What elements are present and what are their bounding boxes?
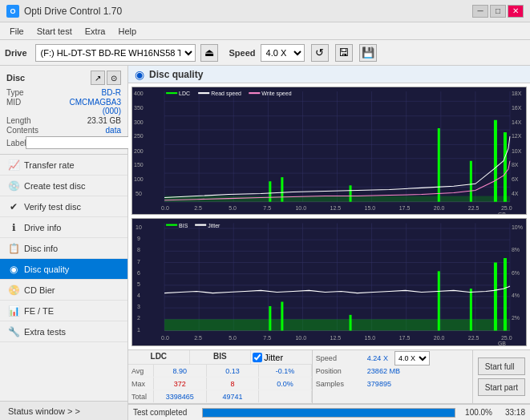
drive-select[interactable]: (F:) HL-DT-ST BD-RE WH16NS58 TST4: [35, 44, 196, 62]
svg-text:10X: 10X: [512, 147, 522, 153]
sidebar-label-create-test-disc: Create test disc: [24, 181, 85, 191]
svg-rect-88: [438, 271, 440, 330]
sidebar-item-transfer-rate[interactable]: 📈 Transfer rate: [0, 155, 127, 176]
stats-max-ldc: 372: [154, 378, 207, 390]
sidebar-item-disc-info[interactable]: 📋 Disc info: [0, 238, 127, 259]
svg-text:5.0: 5.0: [229, 205, 237, 211]
jitter-checkbox[interactable]: [253, 353, 262, 362]
stats-avg-ldc: 8.90: [154, 365, 207, 377]
status-window-button[interactable]: Status window > >: [0, 401, 127, 420]
disc-label-row: Label ▶: [6, 136, 121, 149]
svg-rect-56: [166, 92, 177, 94]
svg-text:3: 3: [137, 303, 140, 310]
svg-text:5.0: 5.0: [229, 334, 237, 341]
svg-text:10.0: 10.0: [295, 334, 306, 341]
svg-text:12.5: 12.5: [330, 334, 342, 341]
stats-jitter-header: Jitter: [251, 350, 312, 364]
speed-row: Speed 4.24 X 4.0 X: [316, 352, 469, 365]
disc-icon-btn2[interactable]: ⊙: [107, 71, 121, 85]
save-button[interactable]: 🖫: [335, 44, 353, 62]
svg-rect-84: [164, 319, 510, 330]
sidebar-item-disc-quality[interactable]: ◉ Disc quality: [0, 259, 127, 280]
svg-text:LDC: LDC: [179, 91, 190, 96]
disc-label-key: Label: [6, 139, 26, 147]
export-button[interactable]: 💾: [359, 44, 377, 62]
svg-text:12X: 12X: [512, 133, 522, 139]
svg-rect-25: [470, 161, 472, 202]
sidebar-label-verify-test-disc: Verify test disc: [24, 202, 81, 212]
disc-type-row: Type BD-R: [6, 88, 121, 97]
main-area: Disc ↗ ⊙ Type BD-R MID CMCMAGBA3 (000) L…: [0, 66, 530, 420]
stats-total-row: Total 3398465 49741: [128, 390, 312, 403]
start-full-button[interactable]: Start full: [478, 357, 525, 375]
disc-type-label: Type: [6, 88, 55, 97]
sidebar-label-transfer-rate: Transfer rate: [24, 160, 75, 170]
stats-max-row: Max 372 8 0.0%: [128, 378, 312, 390]
speed-stat-select[interactable]: 4.0 X: [394, 351, 430, 365]
svg-text:350: 350: [134, 104, 144, 110]
svg-text:18X: 18X: [512, 91, 522, 96]
svg-text:300: 300: [134, 119, 144, 125]
sidebar-item-cd-bier[interactable]: 📀 CD Bier: [0, 280, 127, 301]
minimize-button[interactable]: ─: [472, 5, 488, 18]
svg-rect-119: [166, 224, 177, 226]
sidebar-item-verify-test-disc[interactable]: ✔ Verify test disc: [0, 196, 127, 217]
window-controls: ─ □ ✕: [472, 5, 524, 18]
svg-text:4X: 4X: [512, 191, 519, 196]
svg-text:17.5: 17.5: [399, 205, 411, 211]
svg-text:200: 200: [134, 147, 144, 153]
title-left: O Opti Drive Control 1.70: [6, 5, 122, 18]
stats-max-label: Max: [128, 378, 154, 390]
sidebar-item-create-test-disc[interactable]: 💿 Create test disc: [0, 176, 127, 196]
sidebar-label-disc-quality: Disc quality: [24, 265, 69, 274]
menu-extra[interactable]: Extra: [79, 25, 112, 38]
disc-icons: ↗ ⊙: [91, 71, 121, 85]
maximize-button[interactable]: □: [490, 5, 506, 18]
disc-label-input[interactable]: [26, 136, 132, 149]
svg-text:Jitter: Jitter: [208, 222, 220, 229]
samples-val: 379895: [367, 380, 391, 388]
disc-mid-value: CMCMAGBA3 (000): [55, 98, 121, 115]
disc-mid-row: MID CMCMAGBA3 (000): [6, 98, 121, 115]
stats-row: LDC BIS Jitter Avg 8.90 0.13 -0.1%: [128, 350, 530, 404]
svg-text:2.5: 2.5: [194, 205, 202, 211]
disc-info-icon: 📋: [8, 243, 19, 254]
speed-select[interactable]: 4.0 X 1.0 X 2.0 X 6.0 X 8.0 X: [261, 44, 305, 62]
svg-text:14X: 14X: [512, 119, 522, 125]
stats-max-bis: 8: [207, 378, 260, 390]
disc-icon-btn1[interactable]: ↗: [91, 71, 105, 85]
start-part-button[interactable]: Start part: [478, 378, 525, 396]
sidebar-item-extra-tests[interactable]: 🔧 Extra tests: [0, 321, 127, 342]
svg-text:5: 5: [137, 281, 140, 288]
svg-rect-90: [494, 262, 497, 330]
svg-text:BIS: BIS: [179, 222, 188, 229]
progress-bar-area: Test completed 100.0% 33:18: [128, 404, 530, 420]
svg-text:22.5: 22.5: [468, 205, 479, 211]
disc-length-value: 23.31 GB: [55, 116, 121, 125]
stats-left: LDC BIS Jitter Avg 8.90 0.13 -0.1%: [128, 350, 312, 403]
svg-rect-85: [269, 306, 271, 331]
sidebar-label-cd-bier: CD Bier: [24, 285, 55, 295]
fe-te-icon: 📊: [8, 305, 19, 317]
menu-file[interactable]: File: [3, 25, 30, 38]
menu-start-test[interactable]: Start test: [30, 25, 79, 38]
refresh-button[interactable]: ↺: [311, 44, 329, 62]
sidebar-item-drive-info[interactable]: ℹ Drive info: [0, 217, 127, 238]
close-button[interactable]: ✕: [508, 5, 524, 18]
svg-text:0.0: 0.0: [161, 205, 169, 211]
sidebar-item-fe-te[interactable]: 📊 FE / TE: [0, 301, 127, 321]
stats-total-label: Total: [128, 390, 154, 402]
menu-help[interactable]: Help: [111, 25, 143, 38]
eject-button[interactable]: ⏏: [200, 44, 218, 62]
stats-avg-bis: 0.13: [207, 365, 260, 377]
svg-rect-26: [494, 120, 497, 202]
svg-text:9: 9: [137, 235, 140, 242]
extra-tests-icon: 🔧: [8, 326, 19, 337]
svg-text:100: 100: [134, 176, 144, 182]
sidebar-label-drive-info: Drive info: [24, 223, 61, 232]
sidebar-label-extra-tests: Extra tests: [24, 327, 66, 337]
stats-max-jitter: 0.0%: [259, 378, 312, 390]
svg-rect-89: [470, 289, 472, 330]
app-title: Opti Drive Control 1.70: [24, 6, 122, 17]
svg-text:7: 7: [137, 257, 140, 265]
